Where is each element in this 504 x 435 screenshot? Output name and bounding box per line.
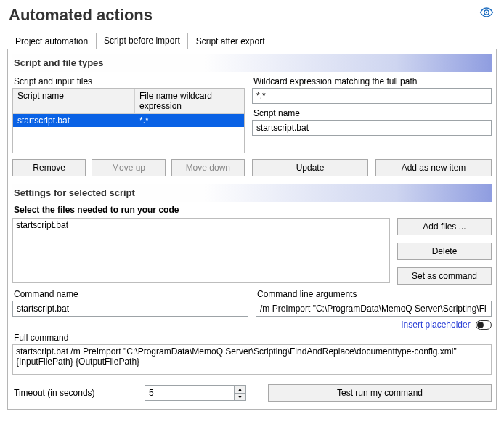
command-args-input[interactable] (256, 301, 492, 317)
timeout-up-icon[interactable]: ▲ (234, 386, 245, 394)
update-button[interactable]: Update (252, 159, 368, 176)
tab-script-before-import[interactable]: Script before import (96, 33, 188, 49)
wildcard-label: Wildcard expression matching the full pa… (253, 76, 492, 86)
add-files-button[interactable]: Add files ... (397, 218, 492, 235)
table-row[interactable]: startscript.bat *.* (13, 114, 244, 127)
timeout-label: Timeout (in seconds) (14, 388, 137, 398)
set-as-command-button[interactable]: Set as command (397, 267, 492, 285)
insert-placeholder-toggle[interactable] (476, 320, 492, 330)
col-script-name[interactable]: Script name (13, 89, 135, 113)
test-run-button[interactable]: Test run my command (268, 384, 492, 402)
select-files-label: Select the files needed to run your code (14, 205, 492, 215)
timeout-down-icon[interactable]: ▼ (234, 394, 245, 401)
script-input-files-label: Script and input files (14, 76, 245, 86)
insert-placeholder-link[interactable]: Insert placeholder (401, 320, 470, 330)
move-up-button[interactable]: Move up (92, 159, 165, 176)
section-settings: Settings for selected script (12, 184, 492, 202)
cell-wildcard: *.* (135, 114, 244, 127)
wildcard-input[interactable] (252, 88, 492, 104)
command-name-input[interactable] (12, 301, 248, 317)
remove-button[interactable]: Remove (12, 159, 86, 176)
tab-script-after-export[interactable]: Script after export (188, 33, 273, 49)
timeout-input[interactable] (145, 385, 246, 401)
scripts-table[interactable]: Script name File name wildcard expressio… (12, 88, 245, 153)
add-new-item-button[interactable]: Add as new item (375, 159, 492, 176)
move-down-button[interactable]: Move down (171, 159, 245, 176)
tab-panel: Script and file types Script and input f… (7, 49, 497, 410)
list-item[interactable]: startscript.bat (16, 220, 386, 230)
command-args-label: Command line arguments (257, 289, 492, 299)
scriptname-label: Script name (253, 108, 492, 118)
tab-project-automation[interactable]: Project automation (7, 33, 96, 49)
visibility-icon (479, 7, 494, 17)
scriptname-input[interactable] (252, 120, 492, 136)
tab-strip: Project automation Script before import … (7, 32, 497, 49)
command-name-label: Command name (14, 289, 248, 299)
col-wildcard[interactable]: File name wildcard expression (135, 89, 244, 113)
full-command-label: Full command (14, 333, 492, 343)
full-command-textarea[interactable]: startscript.bat /m PreImport "C:\Program… (12, 344, 492, 375)
delete-button[interactable]: Delete (397, 243, 492, 260)
svg-point-1 (486, 12, 487, 13)
page-title: Automated actions (7, 4, 497, 29)
section-script-types: Script and file types (12, 54, 492, 72)
cell-script-name: startscript.bat (13, 114, 135, 127)
files-listbox[interactable]: startscript.bat (12, 218, 390, 283)
